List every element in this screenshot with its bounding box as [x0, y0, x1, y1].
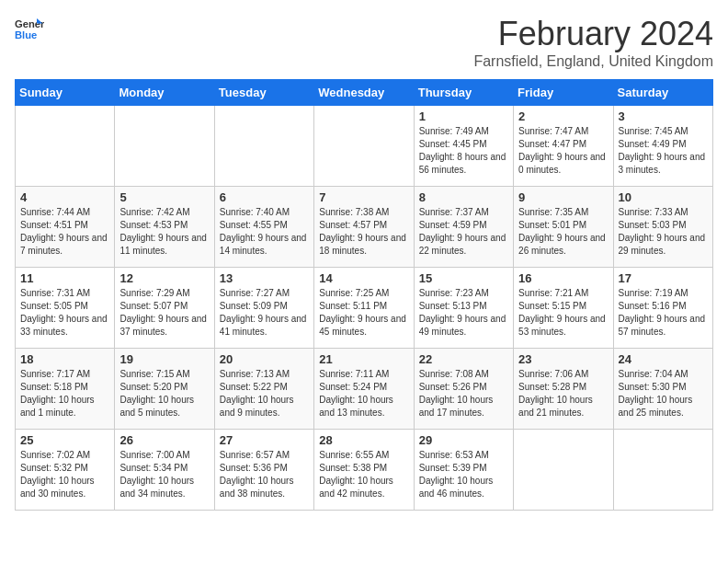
day-cell: 25Sunrise: 7:02 AMSunset: 5:32 PMDayligh…	[16, 430, 115, 511]
week-row-4: 25Sunrise: 7:02 AMSunset: 5:32 PMDayligh…	[16, 430, 713, 511]
calendar-table: SundayMondayTuesdayWednesdayThursdayFrid…	[15, 79, 713, 511]
day-info: Sunrise: 7:04 AMSunset: 5:30 PMDaylight:…	[619, 368, 708, 419]
day-number: 7	[319, 190, 408, 204]
day-info: Sunrise: 7:13 AMSunset: 5:22 PMDaylight:…	[220, 368, 309, 419]
day-cell: 6Sunrise: 7:40 AMSunset: 4:55 PMDaylight…	[214, 187, 313, 268]
day-info: Sunrise: 7:21 AMSunset: 5:15 PMDaylight:…	[518, 287, 608, 339]
day-info: Sunrise: 7:29 AMSunset: 5:07 PMDaylight:…	[119, 287, 209, 339]
day-info: Sunrise: 7:42 AMSunset: 4:53 PMDaylight:…	[119, 206, 209, 258]
title-area: February 2024 Farnsfield, England, Unite…	[473, 15, 713, 70]
day-info: Sunrise: 7:08 AMSunset: 5:26 PMDaylight:…	[419, 368, 508, 419]
day-info: Sunrise: 7:25 AMSunset: 5:11 PMDaylight:…	[319, 287, 408, 339]
header-cell-sunday: Sunday	[16, 80, 115, 106]
day-cell	[514, 430, 613, 511]
day-cell: 21Sunrise: 7:11 AMSunset: 5:24 PMDayligh…	[314, 349, 414, 430]
svg-text:Blue: Blue	[15, 29, 37, 40]
week-row-0: 1Sunrise: 7:49 AMSunset: 4:45 PMDaylight…	[16, 106, 713, 187]
day-number: 13	[220, 271, 309, 285]
day-cell: 8Sunrise: 7:37 AMSunset: 4:59 PMDaylight…	[414, 187, 513, 268]
day-number: 22	[419, 352, 508, 366]
day-number: 11	[20, 271, 109, 285]
day-info: Sunrise: 7:00 AMSunset: 5:34 PMDaylight:…	[119, 449, 209, 500]
day-number: 28	[319, 433, 408, 447]
header-cell-monday: Monday	[115, 80, 214, 106]
day-number: 18	[20, 352, 109, 366]
day-number: 6	[220, 190, 309, 204]
day-cell: 3Sunrise: 7:45 AMSunset: 4:49 PMDaylight…	[613, 106, 712, 187]
day-info: Sunrise: 7:17 AMSunset: 5:18 PMDaylight:…	[20, 368, 109, 419]
day-info: Sunrise: 7:35 AMSunset: 5:01 PMDaylight:…	[518, 206, 608, 258]
day-info: Sunrise: 7:44 AMSunset: 4:51 PMDaylight:…	[20, 206, 109, 258]
location-title: Farnsfield, England, United Kingdom	[473, 53, 713, 70]
day-info: Sunrise: 7:06 AMSunset: 5:28 PMDaylight:…	[518, 368, 608, 419]
day-cell: 23Sunrise: 7:06 AMSunset: 5:28 PMDayligh…	[514, 349, 613, 430]
day-number: 16	[518, 271, 608, 285]
day-cell: 11Sunrise: 7:31 AMSunset: 5:05 PMDayligh…	[16, 268, 115, 349]
header: General Blue February 2024 Farnsfield, E…	[15, 15, 713, 70]
day-info: Sunrise: 7:19 AMSunset: 5:16 PMDaylight:…	[619, 287, 708, 339]
day-number: 14	[319, 271, 408, 285]
day-number: 12	[119, 271, 209, 285]
day-info: Sunrise: 7:31 AMSunset: 5:05 PMDaylight:…	[20, 287, 109, 339]
day-number: 26	[119, 433, 209, 447]
day-number: 1	[419, 109, 508, 123]
day-number: 20	[220, 352, 309, 366]
week-row-3: 18Sunrise: 7:17 AMSunset: 5:18 PMDayligh…	[16, 349, 713, 430]
day-info: Sunrise: 7:02 AMSunset: 5:32 PMDaylight:…	[20, 449, 109, 500]
day-number: 2	[518, 109, 608, 123]
day-number: 8	[419, 190, 508, 204]
day-cell	[214, 106, 313, 187]
day-info: Sunrise: 7:47 AMSunset: 4:47 PMDaylight:…	[518, 125, 608, 177]
day-info: Sunrise: 7:40 AMSunset: 4:55 PMDaylight:…	[220, 206, 309, 258]
day-info: Sunrise: 7:38 AMSunset: 4:57 PMDaylight:…	[319, 206, 408, 258]
day-info: Sunrise: 7:45 AMSunset: 4:49 PMDaylight:…	[619, 125, 708, 177]
day-cell: 13Sunrise: 7:27 AMSunset: 5:09 PMDayligh…	[214, 268, 313, 349]
day-info: Sunrise: 7:33 AMSunset: 5:03 PMDaylight:…	[619, 206, 708, 258]
day-number: 23	[518, 352, 608, 366]
day-info: Sunrise: 7:23 AMSunset: 5:13 PMDaylight:…	[419, 287, 508, 339]
day-cell: 18Sunrise: 7:17 AMSunset: 5:18 PMDayligh…	[16, 349, 115, 430]
day-cell: 5Sunrise: 7:42 AMSunset: 4:53 PMDaylight…	[115, 187, 214, 268]
day-number: 3	[619, 109, 708, 123]
header-cell-wednesday: Wednesday	[314, 80, 414, 106]
day-info: Sunrise: 7:27 AMSunset: 5:09 PMDaylight:…	[220, 287, 309, 339]
day-cell: 16Sunrise: 7:21 AMSunset: 5:15 PMDayligh…	[514, 268, 613, 349]
day-cell	[16, 106, 115, 187]
day-number: 24	[619, 352, 708, 366]
day-cell: 26Sunrise: 7:00 AMSunset: 5:34 PMDayligh…	[115, 430, 214, 511]
day-cell: 19Sunrise: 7:15 AMSunset: 5:20 PMDayligh…	[115, 349, 214, 430]
day-cell: 10Sunrise: 7:33 AMSunset: 5:03 PMDayligh…	[613, 187, 712, 268]
day-info: Sunrise: 7:11 AMSunset: 5:24 PMDaylight:…	[319, 368, 408, 419]
day-cell: 1Sunrise: 7:49 AMSunset: 4:45 PMDaylight…	[414, 106, 513, 187]
day-cell	[613, 430, 712, 511]
day-cell: 17Sunrise: 7:19 AMSunset: 5:16 PMDayligh…	[613, 268, 712, 349]
week-row-2: 11Sunrise: 7:31 AMSunset: 5:05 PMDayligh…	[16, 268, 713, 349]
day-info: Sunrise: 6:55 AMSunset: 5:38 PMDaylight:…	[319, 449, 408, 500]
day-number: 9	[518, 190, 608, 204]
day-cell: 20Sunrise: 7:13 AMSunset: 5:22 PMDayligh…	[214, 349, 313, 430]
day-cell	[314, 106, 414, 187]
day-cell: 27Sunrise: 6:57 AMSunset: 5:36 PMDayligh…	[214, 430, 313, 511]
day-cell: 24Sunrise: 7:04 AMSunset: 5:30 PMDayligh…	[613, 349, 712, 430]
calendar-header: SundayMondayTuesdayWednesdayThursdayFrid…	[16, 80, 713, 106]
header-cell-thursday: Thursday	[414, 80, 513, 106]
header-cell-saturday: Saturday	[613, 80, 712, 106]
day-cell: 7Sunrise: 7:38 AMSunset: 4:57 PMDaylight…	[314, 187, 414, 268]
day-number: 4	[20, 190, 109, 204]
day-number: 10	[619, 190, 708, 204]
day-cell: 28Sunrise: 6:55 AMSunset: 5:38 PMDayligh…	[314, 430, 414, 511]
week-row-1: 4Sunrise: 7:44 AMSunset: 4:51 PMDaylight…	[16, 187, 713, 268]
day-cell: 14Sunrise: 7:25 AMSunset: 5:11 PMDayligh…	[314, 268, 414, 349]
day-cell: 9Sunrise: 7:35 AMSunset: 5:01 PMDaylight…	[514, 187, 613, 268]
header-cell-friday: Friday	[514, 80, 613, 106]
day-cell: 4Sunrise: 7:44 AMSunset: 4:51 PMDaylight…	[16, 187, 115, 268]
day-info: Sunrise: 6:53 AMSunset: 5:39 PMDaylight:…	[419, 449, 508, 500]
day-info: Sunrise: 7:49 AMSunset: 4:45 PMDaylight:…	[419, 125, 508, 177]
day-number: 27	[220, 433, 309, 447]
logo-icon: General Blue	[15, 15, 44, 44]
day-number: 17	[619, 271, 708, 285]
day-info: Sunrise: 7:37 AMSunset: 4:59 PMDaylight:…	[419, 206, 508, 258]
day-cell: 29Sunrise: 6:53 AMSunset: 5:39 PMDayligh…	[414, 430, 513, 511]
calendar-body: 1Sunrise: 7:49 AMSunset: 4:45 PMDaylight…	[16, 106, 713, 511]
day-info: Sunrise: 7:15 AMSunset: 5:20 PMDaylight:…	[119, 368, 209, 419]
